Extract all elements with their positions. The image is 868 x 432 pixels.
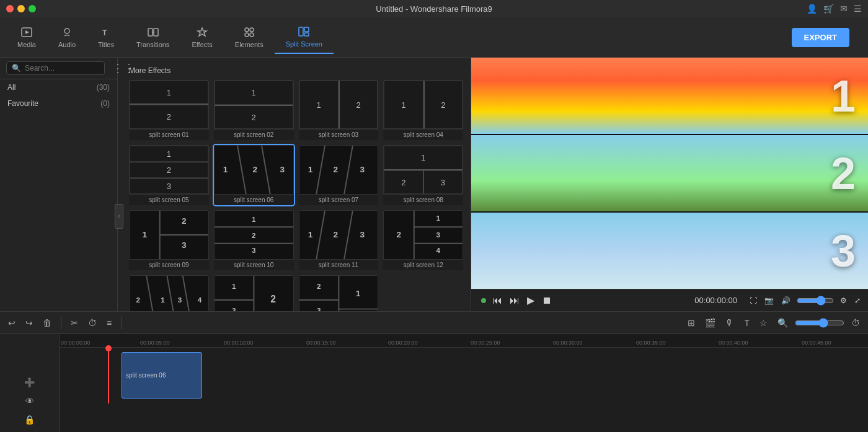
screenshot-button[interactable]: 📷: [763, 295, 775, 306]
ss06-card[interactable]: 1 2 3 split screen 06: [214, 145, 294, 205]
text-btn[interactable]: T: [741, 316, 753, 330]
svg-text:2: 2: [333, 165, 338, 174]
mail-icon[interactable]: ✉: [840, 4, 848, 14]
export-button[interactable]: EXPORT: [792, 28, 849, 47]
zoom-in-btn[interactable]: ⏱: [848, 316, 863, 330]
ss12-label: split screen 12: [383, 260, 463, 270]
tab-audio[interactable]: Audio: [47, 21, 87, 53]
ss15-card[interactable]: 2 3 1 4 split screen 15: [299, 275, 379, 311]
account-icon[interactable]: 👤: [807, 4, 817, 14]
fullscreen-button[interactable]: ⛶: [748, 295, 758, 306]
settings-button[interactable]: ⚙: [839, 295, 848, 306]
tab-split-screen[interactable]: Split Screen: [275, 20, 334, 54]
ss05-card[interactable]: 1 2 3 split screen 05: [129, 145, 209, 205]
svg-line-34: [344, 211, 353, 259]
undo-button[interactable]: ↩: [5, 316, 19, 330]
svg-text:2: 2: [182, 216, 187, 226]
tab-elements[interactable]: Elements: [224, 21, 275, 53]
svg-rect-4: [148, 29, 153, 36]
svg-text:2: 2: [270, 294, 276, 304]
maximize-button[interactable]: [29, 5, 36, 12]
tab-effects[interactable]: Effects: [180, 21, 223, 53]
left-panel: 🔍 ⋮⋮ All (30) Favourite (0) ‹: [0, 58, 471, 311]
filter-favourite[interactable]: Favourite (0): [0, 95, 117, 112]
filter-favourite-count: (0): [100, 99, 110, 108]
timeline-main: 00:00:00:00 00:00:05:00 00:00:10:00 00:0…: [60, 334, 868, 432]
tick-0: 00:00:00:00: [61, 340, 91, 346]
search-icon: 🔍: [12, 64, 21, 73]
zoom-out-btn[interactable]: 🔍: [774, 316, 791, 330]
search-bar[interactable]: 🔍: [6, 61, 105, 75]
ss04-card[interactable]: 1 2 split screen 04: [383, 80, 463, 140]
crop-button[interactable]: ⏱: [85, 316, 100, 330]
ss11-card[interactable]: 1 2 3 split screen 11: [299, 210, 379, 270]
svg-text:3: 3: [360, 230, 365, 239]
volume-button[interactable]: 🔊: [780, 295, 792, 306]
svg-point-2: [64, 29, 69, 33]
window-title: Untitled - Wondershare Filmora9: [376, 4, 492, 14]
ss13-card[interactable]: 2 1 3 4 split screen 13: [129, 275, 209, 311]
search-input[interactable]: [25, 64, 99, 73]
svg-rect-11: [304, 27, 309, 32]
sticker-btn[interactable]: ☆: [756, 316, 771, 330]
ss07-card[interactable]: 1 2 3 split screen 07: [299, 145, 379, 205]
stop-button[interactable]: ⏹: [541, 294, 553, 307]
redo-button[interactable]: ↪: [22, 316, 36, 330]
timeline-toolbar: ↩ ↪ 🗑 ✂ ⏱ ≡ ⊞ 🎬 🎙 T ☆ 🔍 ⏱: [0, 312, 868, 334]
ss01-label: split screen 01: [129, 130, 209, 140]
ss10-card[interactable]: 1 2 3 split screen 10: [214, 210, 294, 270]
expand-button[interactable]: ⤢: [853, 295, 862, 306]
ss03-card[interactable]: 1 2 split screen 03: [299, 80, 379, 140]
track-clip[interactable]: split screen 06: [122, 352, 202, 399]
preview-number-2: 2: [831, 148, 856, 199]
ss14-card[interactable]: 1 3 2 4 split screen 14: [214, 275, 294, 311]
delete-button[interactable]: 🗑: [40, 316, 55, 330]
ss01-card[interactable]: 1 2 split screen 01: [129, 80, 209, 140]
playhead[interactable]: [108, 348, 109, 403]
ss07-label: split screen 07: [299, 195, 379, 205]
minimize-button[interactable]: [17, 5, 25, 12]
close-button[interactable]: [6, 5, 14, 12]
add-media-button[interactable]: ➕: [0, 375, 59, 390]
svg-line-13: [237, 146, 246, 194]
filter-all[interactable]: All (30): [0, 79, 117, 95]
svg-text:4: 4: [356, 310, 360, 311]
volume-slider[interactable]: [797, 296, 834, 306]
collapse-panel-button[interactable]: ‹: [115, 204, 123, 229]
svg-point-8: [245, 33, 249, 37]
titlebar-icons: 👤 🛒 ✉ ☰: [807, 4, 862, 14]
preview-number-3: 3: [831, 226, 856, 276]
media-btn[interactable]: 🎬: [702, 316, 719, 330]
cart-icon[interactable]: 🛒: [823, 4, 834, 14]
play-button[interactable]: ▶: [526, 293, 536, 307]
ss08-card[interactable]: 1 2 3 split screen 08: [383, 145, 463, 205]
svg-text:2: 2: [316, 282, 321, 290]
eye-button[interactable]: 👁: [0, 394, 59, 408]
adjust-button[interactable]: ≡: [104, 316, 115, 330]
tab-media[interactable]: Media: [6, 21, 47, 53]
timeline-area: ➕ 👁 🔒 00:00:00:00 00:00:05:00 00:00:10:0…: [0, 334, 868, 432]
svg-text:3: 3: [360, 165, 365, 174]
tab-titles[interactable]: T Titles: [87, 21, 125, 53]
ss09-card[interactable]: 1 2 3 split screen 09: [129, 210, 209, 270]
step-back-button[interactable]: ⏭: [508, 294, 521, 307]
svg-line-19: [344, 146, 353, 194]
menu-icon[interactable]: ☰: [854, 4, 862, 14]
cut-button[interactable]: ✂: [68, 316, 81, 330]
audio-btn[interactable]: 🎙: [722, 316, 737, 330]
rewind-button[interactable]: ⏮: [491, 294, 503, 307]
lock-button[interactable]: 🔒: [0, 412, 59, 427]
ss06-label: split screen 06: [214, 195, 294, 205]
ss02-label: split screen 02: [214, 130, 294, 140]
svg-text:1: 1: [355, 289, 360, 298]
track-settings-button[interactable]: ⊞: [684, 316, 698, 330]
ss02-card[interactable]: 1 2 split screen 02: [214, 80, 294, 140]
svg-text:3: 3: [280, 165, 285, 174]
ss12-card[interactable]: 2 1 3 4 split screen 12: [383, 210, 463, 270]
svg-text:1: 1: [436, 214, 441, 222]
tab-transitions[interactable]: Transitions: [125, 21, 180, 53]
zoom-slider[interactable]: [795, 318, 844, 328]
tick-3: 00:00:15:00: [306, 340, 336, 346]
window-controls[interactable]: [6, 5, 36, 12]
time-ruler: 00:00:00:00 00:00:05:00 00:00:10:00 00:0…: [60, 334, 868, 348]
